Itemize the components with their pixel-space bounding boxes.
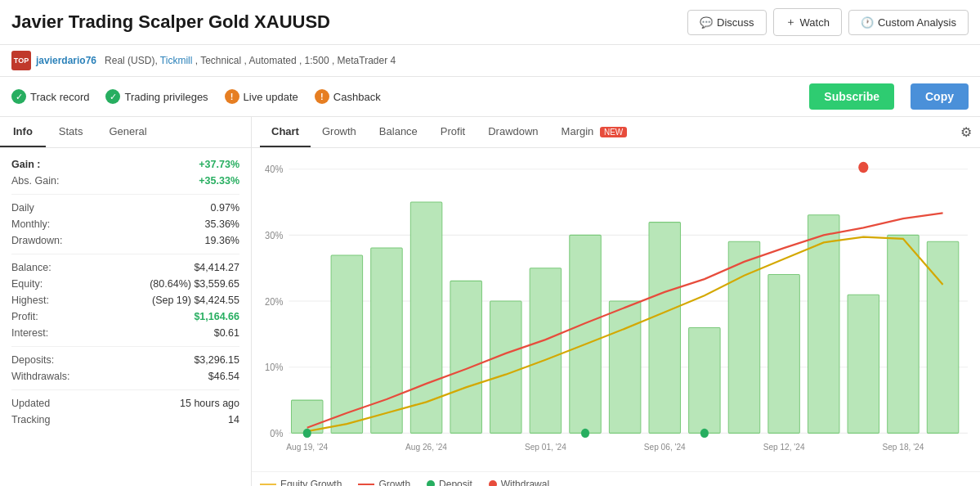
- balance-label: Balance:: [11, 262, 51, 273]
- tab-balance[interactable]: Balance: [368, 117, 429, 147]
- daily-value: 0.97%: [211, 202, 239, 214]
- monthly-label: Monthly:: [11, 218, 50, 230]
- highest-value: (Sep 19) $4,424.55: [152, 295, 239, 306]
- withdrawals-value: $46.54: [208, 371, 239, 382]
- deposit-dot-2: [581, 429, 589, 438]
- monthly-row: Monthly: 35.36%: [11, 216, 239, 232]
- badge-cashback: ! Cashback: [315, 89, 381, 104]
- tab-drawdown[interactable]: Drawdown: [477, 117, 549, 147]
- tab-stats[interactable]: Stats: [46, 117, 96, 147]
- profit-value: $1,164.66: [194, 311, 239, 322]
- svg-rect-15: [490, 301, 521, 433]
- chart-svg: 40% 30% 20% 10% 0%: [260, 156, 972, 468]
- meta-details: Real (USD), Tickmill , Technical , Autom…: [105, 55, 396, 66]
- badges-row: ✓ Track record ✓ Trading privileges ! Li…: [0, 77, 980, 117]
- withdrawal-dot: [858, 162, 868, 173]
- left-panel: Info Stats General Gain : +37.73% Abs. G…: [0, 117, 252, 486]
- right-panel: Chart Growth Balance Profit Drawdown Mar…: [252, 117, 980, 486]
- svg-rect-25: [888, 235, 919, 433]
- deposits-label: Deposits:: [11, 354, 54, 366]
- withdrawal-dot-icon: [489, 480, 497, 486]
- track-record-label: Track record: [30, 91, 89, 103]
- svg-rect-10: [291, 400, 322, 433]
- tab-profit[interactable]: Profit: [429, 117, 477, 147]
- tracking-row: Tracking 14: [11, 412, 239, 428]
- withdrawals-row: Withdrawals: $46.54: [11, 368, 239, 385]
- svg-rect-16: [530, 268, 561, 434]
- discuss-icon: 💬: [700, 16, 713, 29]
- trading-privileges-label: Trading privileges: [124, 91, 208, 103]
- new-badge: NEW: [600, 127, 627, 137]
- equity-row: Equity: (80.64%) $3,559.65: [11, 276, 239, 292]
- watch-button[interactable]: ＋ Watch: [773, 8, 842, 36]
- svg-text:Aug 26, '24: Aug 26, '24: [405, 441, 447, 452]
- live-update-label: Live update: [244, 91, 298, 103]
- tab-margin[interactable]: Margin NEW: [550, 117, 639, 147]
- legend-deposit: Deposit: [427, 479, 472, 486]
- svg-rect-26: [927, 241, 958, 433]
- gain-label: Gain :: [11, 159, 40, 170]
- tab-chart[interactable]: Chart: [260, 117, 311, 147]
- equity-label: Equity:: [11, 278, 43, 290]
- tab-info[interactable]: Info: [0, 117, 46, 147]
- updated-value: 15 hours ago: [180, 398, 239, 409]
- tracking-value: 14: [228, 414, 239, 425]
- svg-rect-14: [450, 281, 481, 433]
- abs-gain-row: Abs. Gain: +35.33%: [11, 173, 239, 189]
- svg-text:Sep 18, '24: Sep 18, '24: [882, 441, 924, 452]
- highest-row: Highest: (Sep 19) $4,424.55: [11, 292, 239, 308]
- interest-label: Interest:: [11, 327, 48, 339]
- svg-text:Sep 01, '24: Sep 01, '24: [525, 441, 566, 452]
- daily-row: Daily 0.97%: [11, 200, 239, 216]
- warn-icon-cashback: !: [315, 89, 329, 104]
- deposit-label: Deposit: [439, 479, 472, 486]
- monthly-value: 35.36%: [205, 218, 239, 230]
- tickmill-link[interactable]: Tickmill: [160, 55, 193, 66]
- balance-value: $4,414.27: [194, 262, 239, 273]
- badge-trading-privileges: ✓ Trading privileges: [105, 89, 208, 104]
- plus-icon: ＋: [785, 15, 796, 29]
- svg-rect-18: [609, 301, 640, 433]
- growth-label: Growth: [378, 479, 410, 486]
- right-tabs: Chart Growth Balance Profit Drawdown Mar…: [252, 117, 980, 148]
- tab-growth[interactable]: Growth: [311, 117, 368, 147]
- page-title: Javier Trading Scalper Gold XAUUSD: [11, 11, 687, 33]
- chart-legend: Equity Growth Growth Deposit Withdrawal: [252, 471, 980, 486]
- warn-icon-live: !: [225, 89, 239, 104]
- deposit-dot-1: [303, 429, 311, 438]
- updated-label: Updated: [11, 398, 50, 409]
- clock-icon: 🕐: [861, 16, 874, 29]
- svg-text:0%: 0%: [270, 427, 284, 439]
- svg-text:40%: 40%: [265, 164, 284, 175]
- discuss-button[interactable]: 💬 Discuss: [687, 10, 767, 35]
- abs-gain-label: Abs. Gain:: [11, 175, 59, 187]
- svg-text:30%: 30%: [265, 229, 284, 241]
- filter-icon[interactable]: ⚙: [960, 124, 972, 140]
- tab-general[interactable]: General: [96, 117, 159, 147]
- svg-rect-22: [768, 275, 799, 434]
- meta-row: TOP javierdario76 Real (USD), Tickmill ,…: [0, 45, 980, 77]
- gain-value: +37.73%: [199, 159, 239, 170]
- chart-area: 40% 30% 20% 10% 0%: [252, 148, 980, 468]
- left-tabs: Info Stats General: [0, 117, 251, 148]
- interest-value: $0.61: [214, 327, 239, 339]
- svg-rect-17: [570, 235, 601, 433]
- svg-text:Sep 06, '24: Sep 06, '24: [644, 441, 686, 452]
- svg-text:Sep 12, '24: Sep 12, '24: [763, 441, 805, 452]
- abs-gain-value: +35.33%: [199, 175, 239, 187]
- deposits-row: Deposits: $3,296.15: [11, 352, 239, 368]
- balance-row: Balance: $4,414.27: [11, 259, 239, 276]
- badge-track-record: ✓ Track record: [11, 89, 89, 104]
- legend-withdrawal: Withdrawal: [489, 479, 549, 486]
- main-content: Info Stats General Gain : +37.73% Abs. G…: [0, 117, 980, 486]
- drawdown-row: Drawdown: 19.36%: [11, 232, 239, 249]
- updated-row: Updated 15 hours ago: [11, 395, 239, 412]
- username[interactable]: javierdario76: [36, 55, 96, 66]
- custom-analysis-button[interactable]: 🕐 Custom Analysis: [848, 10, 969, 35]
- copy-button[interactable]: Copy: [911, 83, 969, 110]
- badge-live-update: ! Live update: [225, 89, 298, 104]
- svg-text:Aug 19, '24: Aug 19, '24: [286, 441, 328, 452]
- profit-label: Profit:: [11, 311, 38, 322]
- subscribe-button[interactable]: Subscribe: [809, 83, 894, 110]
- withdrawals-label: Withdrawals:: [11, 371, 70, 382]
